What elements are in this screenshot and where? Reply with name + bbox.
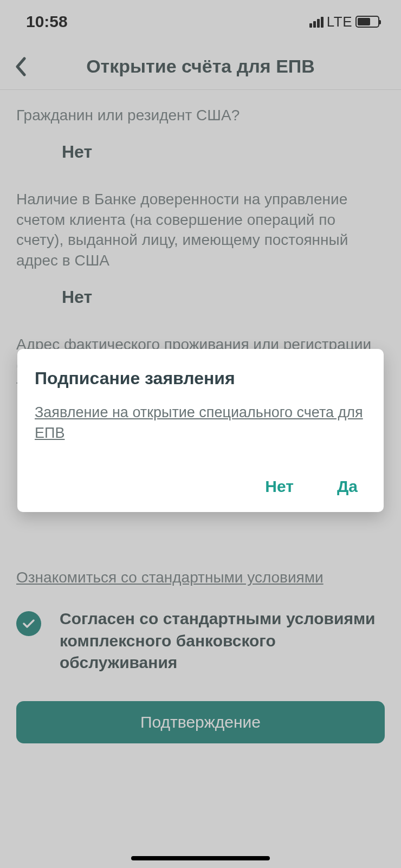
sign-dialog: Подписание заявления Заявление на открыт… (17, 349, 384, 512)
dialog-title: Подписание заявления (35, 368, 366, 388)
dialog-actions: Нет Да (35, 475, 366, 498)
modal-overlay[interactable]: Подписание заявления Заявление на открыт… (0, 0, 401, 868)
dialog-yes-button[interactable]: Да (333, 475, 362, 498)
dialog-document-link[interactable]: Заявление на открытие специального счета… (35, 403, 366, 444)
screen: 10:58 LTE Открытие счёта для ЕПВ Граждан… (0, 0, 401, 868)
dialog-no-button[interactable]: Нет (261, 475, 298, 498)
home-indicator[interactable] (131, 856, 270, 860)
